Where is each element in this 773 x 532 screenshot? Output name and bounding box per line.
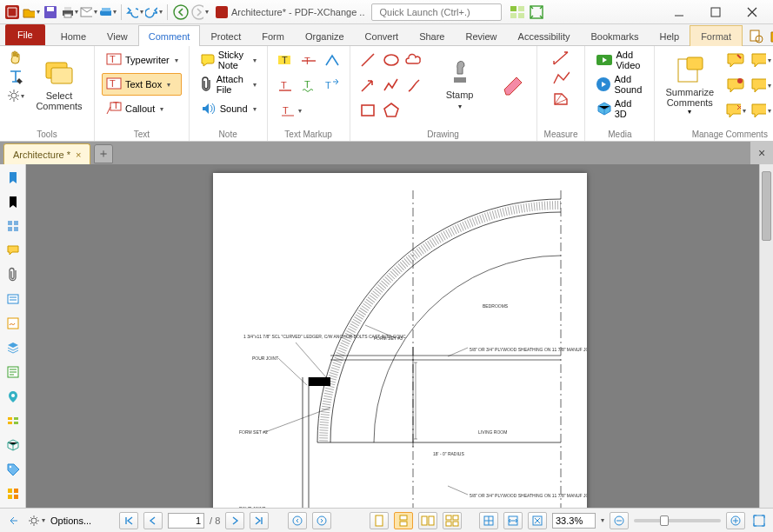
3dmodel-icon[interactable]: [3, 436, 23, 455]
redo-icon[interactable]: [145, 3, 163, 21]
fields-icon[interactable]: [3, 289, 23, 309]
hand-tool-icon[interactable]: [7, 49, 24, 66]
sticky-note-button[interactable]: Sticky Note▾: [197, 49, 260, 71]
cloud-icon[interactable]: [404, 49, 425, 71]
prev-page-button[interactable]: [143, 512, 163, 529]
comment-style1-icon[interactable]: [724, 49, 747, 71]
tab-format[interactable]: Format: [690, 25, 743, 46]
scan-icon[interactable]: [99, 3, 117, 21]
oval-icon[interactable]: [381, 49, 402, 71]
layout-single-icon[interactable]: [370, 512, 389, 529]
add-sound-button[interactable]: Add Sound: [592, 73, 647, 96]
attachments-icon[interactable]: [3, 265, 23, 284]
vertical-scrollbar[interactable]: [759, 164, 773, 508]
textbox-button[interactable]: TText Box▾: [102, 73, 182, 96]
save-icon[interactable]: [42, 3, 59, 21]
summarize-comments-button[interactable]: Summarize Comments ▾: [662, 49, 717, 122]
document-tab[interactable]: Architecture *×: [3, 143, 90, 164]
content-icon[interactable]: [3, 362, 23, 382]
maximize-button[interactable]: [698, 0, 733, 24]
scroll-thumb[interactable]: [762, 171, 771, 241]
layout-continuous-icon[interactable]: [394, 512, 413, 529]
bookmarks-panel-icon[interactable]: [3, 168, 23, 187]
panel-toggle-icon[interactable]: [5, 512, 23, 529]
comments-panel-icon[interactable]: [3, 241, 23, 260]
layout-facing-icon[interactable]: [418, 512, 437, 529]
rect-icon[interactable]: [357, 99, 378, 122]
history-back-button[interactable]: [288, 512, 307, 529]
polygon-icon[interactable]: [381, 99, 402, 122]
destinations-icon[interactable]: [3, 387, 23, 406]
attach-file-button[interactable]: Attach File▾: [197, 73, 260, 96]
fit-icon[interactable]: [528, 3, 545, 21]
comment-style8-icon[interactable]: [750, 99, 772, 122]
mail-icon[interactable]: [80, 3, 97, 21]
sound-button[interactable]: Sound▾: [197, 97, 260, 120]
options-gear-icon[interactable]: [28, 512, 45, 529]
zoom-in-button[interactable]: [726, 512, 745, 529]
tab-view[interactable]: View: [97, 25, 138, 46]
nav-back-icon[interactable]: [172, 3, 190, 21]
zoom-out-button[interactable]: [610, 512, 629, 529]
nav-fwd-icon[interactable]: [191, 3, 209, 21]
polyline-icon[interactable]: [381, 74, 402, 96]
fit-width-icon[interactable]: [503, 512, 523, 529]
tab-form[interactable]: Form: [251, 25, 295, 46]
app-icon[interactable]: [3, 3, 21, 21]
select-text-icon[interactable]: [7, 68, 24, 85]
tab-organize[interactable]: Organize: [295, 25, 355, 46]
tab-bookmarks[interactable]: Bookmarks: [580, 25, 649, 46]
eraser-button[interactable]: [495, 49, 530, 122]
signatures-icon[interactable]: [3, 314, 23, 333]
search-panel-icon[interactable]: [769, 28, 773, 45]
last-page-button[interactable]: [250, 512, 269, 529]
tab-accessibility[interactable]: Accessibility: [508, 25, 581, 46]
area-icon[interactable]: [552, 90, 570, 108]
close-button[interactable]: [735, 0, 770, 24]
text-correction-icon[interactable]: T: [275, 99, 343, 122]
highlight-icon[interactable]: T: [275, 49, 296, 71]
tab-help[interactable]: Help: [650, 25, 690, 46]
tags-icon[interactable]: [3, 460, 23, 479]
quick-launch-search[interactable]: [371, 3, 502, 21]
open-icon[interactable]: [23, 3, 40, 21]
comment-style5-icon[interactable]: [750, 74, 772, 96]
next-page-button[interactable]: [225, 512, 244, 529]
quick-launch-input[interactable]: [379, 7, 499, 17]
caret-icon[interactable]: [322, 49, 343, 71]
undo-icon[interactable]: [126, 3, 143, 21]
zoom-slider[interactable]: [634, 519, 721, 522]
ui-toggle-icon[interactable]: [509, 3, 526, 21]
close-tab-icon[interactable]: ×: [76, 150, 81, 160]
perimeter-icon[interactable]: [552, 70, 570, 87]
comment-style7-icon[interactable]: [724, 99, 747, 122]
minimize-button[interactable]: [662, 0, 696, 24]
arrow-icon[interactable]: [357, 74, 378, 96]
history-fwd-button[interactable]: [312, 512, 331, 529]
layout-facing-cont-icon[interactable]: [443, 512, 462, 529]
add-3d-button[interactable]: Add 3D: [592, 97, 647, 120]
select-comments-button[interactable]: Select Comments: [31, 49, 87, 122]
tab-comment[interactable]: Comment: [138, 25, 201, 46]
typewriter-button[interactable]: TTypewriter▾: [102, 49, 182, 71]
find-icon[interactable]: [748, 28, 765, 45]
tab-review[interactable]: Review: [455, 25, 507, 46]
tab-home[interactable]: Home: [50, 25, 97, 46]
new-tab-button[interactable]: ＋: [94, 144, 113, 163]
thumbnails-icon[interactable]: [3, 216, 23, 236]
strikeout-icon[interactable]: T: [298, 49, 319, 71]
comment-style2-icon[interactable]: [750, 49, 772, 71]
page-viewport[interactable]: BEDROOMS LIVING ROOM 18' - 0" RADIUS 1 3…: [26, 164, 773, 508]
page-number-input[interactable]: 1: [168, 513, 204, 529]
fullscreen-icon[interactable]: [750, 512, 768, 529]
links-panel-icon[interactable]: [3, 411, 23, 430]
comment-style4-icon[interactable]: [724, 74, 747, 96]
fit-page-icon[interactable]: [479, 512, 498, 529]
zoom-slider-thumb[interactable]: [660, 515, 669, 526]
zoom-actual-icon[interactable]: [528, 512, 547, 529]
layers-icon[interactable]: [3, 338, 23, 357]
zoom-input[interactable]: 33.3%: [552, 513, 596, 529]
close-all-tabs-button[interactable]: ×: [750, 142, 773, 164]
add-video-button[interactable]: Add Video: [592, 49, 647, 71]
squiggly-icon[interactable]: T: [298, 74, 319, 96]
